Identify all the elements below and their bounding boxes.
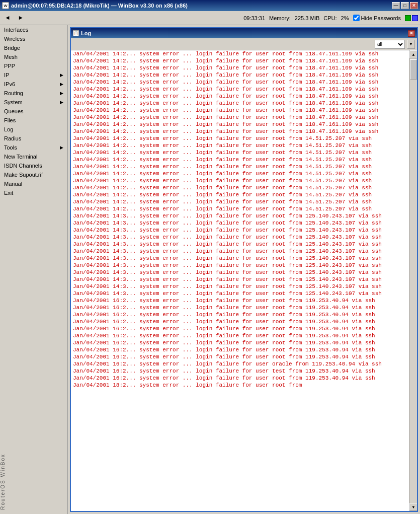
status-lights xyxy=(405,15,418,21)
log-window: 📋 Log ✕ all error warning info debug ▼ xyxy=(70,27,418,512)
log-entry: Jan/04/2001 14:3... system error ... log… xyxy=(71,241,409,248)
sidebar: Interfaces Wireless Bridge Mesh PPP IP ▶… xyxy=(0,25,68,514)
log-filter-select[interactable]: all error warning info debug xyxy=(375,40,405,49)
memory-label: Memory: xyxy=(269,15,291,21)
sidebar-label-wireless: Wireless xyxy=(4,36,25,42)
log-entry: Jan/04/2001 14:2... system error ... log… xyxy=(71,128,409,135)
log-scroll-down-button[interactable]: ▼ xyxy=(407,40,415,49)
title-bar: W admin@00:07:95:DB:A2:18 (MikroTik) — W… xyxy=(0,0,420,11)
app-icon: W xyxy=(2,2,9,9)
window-title: admin@00:07:95:DB:A2:18 (MikroTik) — Win… xyxy=(11,3,188,9)
log-title-text: Log xyxy=(81,30,91,36)
sidebar-item-make-supout[interactable]: Make Supout.rif xyxy=(0,170,67,179)
log-entry: Jan/04/2001 14:2... system error ... log… xyxy=(71,163,409,170)
log-entry: Jan/04/2001 14:2... system error ... log… xyxy=(71,156,409,163)
log-entry: Jan/04/2001 14:3... system error ... log… xyxy=(71,212,409,219)
sidebar-label-ipv6: IPv6 xyxy=(4,81,15,87)
sidebar-item-new-terminal[interactable]: New Terminal xyxy=(0,152,67,161)
sidebar-item-ppp[interactable]: PPP xyxy=(0,61,67,70)
hide-passwords-checkbox[interactable] xyxy=(353,15,360,21)
tools-arrow-icon: ▶ xyxy=(60,145,63,150)
back-button[interactable]: ◄ xyxy=(2,13,13,24)
log-scrollbar[interactable]: ▲ ▼ xyxy=(409,50,417,511)
log-entry: Jan/04/2001 14:2... system error ... log… xyxy=(71,114,409,121)
log-entry: Jan/04/2001 14:2... system error ... log… xyxy=(71,177,409,184)
log-entry: Jan/04/2001 14:2... system error ... log… xyxy=(71,121,409,128)
routeros-winbox-label: RouterOS WinBox xyxy=(0,454,8,510)
log-entry: Jan/04/2001 16:2... system error ... log… xyxy=(71,353,409,360)
log-entry: Jan/04/2001 14:2... system error ... log… xyxy=(71,64,409,71)
hide-passwords-text: Hide Passwords xyxy=(361,15,401,21)
log-entry: Jan/04/2001 14:3... system error ... log… xyxy=(71,234,409,241)
log-entry: Jan/04/2001 18:2... system error ... log… xyxy=(71,382,409,389)
sidebar-item-log[interactable]: Log xyxy=(0,125,67,134)
log-entry: Jan/04/2001 14:3... system error ... log… xyxy=(71,255,409,262)
sidebar-item-exit[interactable]: Exit xyxy=(0,188,67,197)
sidebar-label-log: Log xyxy=(4,126,13,132)
scrollbar-track xyxy=(409,58,417,503)
sidebar-label-ppp: PPP xyxy=(4,63,15,69)
toolbar: ◄ ► 09:33:31 Memory: 225.3 MiB CPU: 2% H… xyxy=(0,11,420,25)
sidebar-item-wireless[interactable]: Wireless xyxy=(0,34,67,43)
sidebar-item-isdn-channels[interactable]: ISDN Channels xyxy=(0,161,67,170)
sidebar-item-system[interactable]: System ▶ xyxy=(0,98,67,107)
sidebar-label-mesh: Mesh xyxy=(4,54,18,60)
log-entry: Jan/04/2001 16:2... system error ... log… xyxy=(71,325,409,332)
sidebar-label-interfaces: Interfaces xyxy=(4,27,28,33)
sidebar-item-routing[interactable]: Routing ▶ xyxy=(0,89,67,98)
log-entry: Jan/04/2001 16:2... system error ... log… xyxy=(71,311,409,318)
log-entry: Jan/04/2001 14:2... system error ... log… xyxy=(71,71,409,79)
log-entry: Jan/04/2001 14:3... system error ... log… xyxy=(71,290,409,297)
log-entry: Jan/04/2001 14:2... system error ... log… xyxy=(71,86,409,93)
log-entry: Jan/04/2001 14:2... system error ... log… xyxy=(71,191,409,198)
log-entries: Jan/04/2001 14:2... system error ... log… xyxy=(71,50,409,511)
log-entry: Jan/04/2001 14:2... system error ... log… xyxy=(71,205,409,212)
log-toolbar: all error warning info debug ▼ xyxy=(71,38,417,50)
scrollbar-down-button[interactable]: ▼ xyxy=(409,503,417,511)
minimize-button[interactable]: — xyxy=(392,2,400,9)
log-entry: Jan/04/2001 16:2... system error ... log… xyxy=(71,375,409,382)
sidebar-item-ipv6[interactable]: IPv6 ▶ xyxy=(0,80,67,89)
log-entry: Jan/04/2001 14:2... system error ... log… xyxy=(71,107,409,114)
log-title-bar: 📋 Log ✕ xyxy=(71,28,417,38)
sidebar-item-radius[interactable]: Radius xyxy=(0,134,67,143)
sidebar-label-new-terminal: New Terminal xyxy=(4,154,37,160)
scrollbar-up-button[interactable]: ▲ xyxy=(409,50,417,58)
sidebar-item-files[interactable]: Files xyxy=(0,116,67,125)
sidebar-item-mesh[interactable]: Mesh xyxy=(0,52,67,61)
ipv6-arrow-icon: ▶ xyxy=(60,82,63,87)
forward-button[interactable]: ► xyxy=(15,13,26,24)
sidebar-label-queues: Queues xyxy=(4,108,24,114)
title-bar-left: W admin@00:07:95:DB:A2:18 (MikroTik) — W… xyxy=(2,2,188,9)
sidebar-item-queues[interactable]: Queues xyxy=(0,107,67,116)
log-title-left: 📋 Log xyxy=(73,30,91,36)
status-area: 09:33:31 Memory: 225.3 MiB CPU: 2% Hide … xyxy=(243,15,418,21)
content-area: 📋 Log ✕ all error warning info debug ▼ xyxy=(68,25,420,514)
sidebar-item-interfaces[interactable]: Interfaces xyxy=(0,25,67,34)
sidebar-item-manual[interactable]: Manual xyxy=(0,179,67,188)
sidebar-item-ip[interactable]: IP ▶ xyxy=(0,70,67,80)
log-entry: Jan/04/2001 14:3... system error ... log… xyxy=(71,276,409,283)
sidebar-label-files: Files xyxy=(4,117,16,123)
log-entry: Jan/04/2001 16:2... system error ... log… xyxy=(71,304,409,311)
log-entry: Jan/04/2001 14:2... system error ... log… xyxy=(71,149,409,156)
hide-passwords-control[interactable]: Hide Passwords xyxy=(353,15,401,21)
sidebar-label-isdn-channels: ISDN Channels xyxy=(4,163,42,169)
sidebar-item-tools[interactable]: Tools ▶ xyxy=(0,143,67,152)
ip-arrow-icon: ▶ xyxy=(60,72,63,78)
sidebar-label-bridge: Bridge xyxy=(4,45,20,51)
log-close-button[interactable]: ✕ xyxy=(408,30,415,37)
log-entry: Jan/04/2001 14:2... system error ... log… xyxy=(71,198,409,205)
sidebar-label-make-supout: Make Supout.rif xyxy=(4,172,43,178)
maximize-button[interactable]: □ xyxy=(401,2,409,9)
log-entry: Jan/04/2001 14:3... system error ... log… xyxy=(71,283,409,290)
log-entry: Jan/04/2001 14:2... system error ... log… xyxy=(71,93,409,100)
log-entry: Jan/04/2001 14:2... system error ... log… xyxy=(71,100,409,107)
memory-value: 225.3 MiB xyxy=(295,15,320,21)
log-entry: Jan/04/2001 14:3... system error ... log… xyxy=(71,269,409,276)
log-icon: 📋 xyxy=(73,30,79,36)
status-light-green xyxy=(405,15,411,21)
scrollbar-thumb[interactable] xyxy=(410,59,417,80)
close-button[interactable]: ✕ xyxy=(410,2,418,9)
sidebar-item-bridge[interactable]: Bridge xyxy=(0,43,67,52)
